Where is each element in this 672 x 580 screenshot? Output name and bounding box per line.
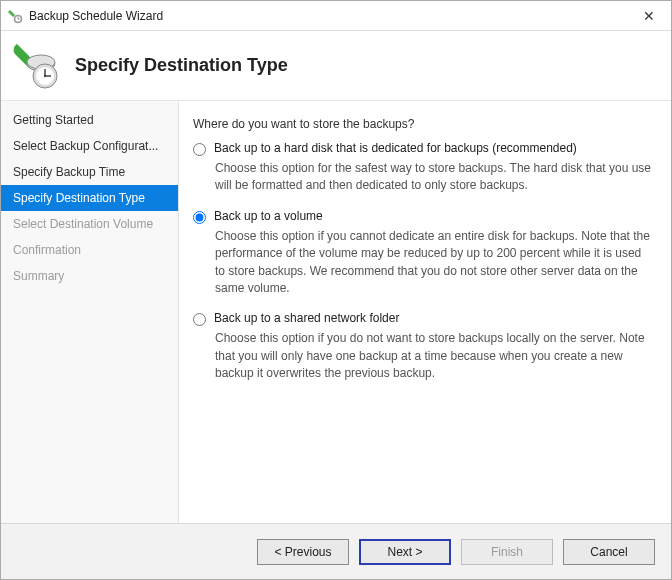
wizard-body: Getting StartedSelect Backup Configurat.… [1,101,671,523]
wizard-steps-sidebar: Getting StartedSelect Backup Configurat.… [1,101,179,523]
destination-option-label-0: Back up to a hard disk that is dedicated… [214,141,577,155]
previous-button[interactable]: < Previous [257,539,349,565]
destination-option-1: Back up to a volumeChoose this option if… [193,209,653,298]
destination-option-row-1[interactable]: Back up to a volume [193,209,653,224]
next-button[interactable]: Next > [359,539,451,565]
destination-option-label-1: Back up to a volume [214,209,323,223]
titlebar: Backup Schedule Wizard ✕ [1,1,671,31]
wizard-footer: < Previous Next > Finish Cancel [1,523,671,579]
wizard-step-2[interactable]: Specify Backup Time [1,159,178,185]
destination-option-row-0[interactable]: Back up to a hard disk that is dedicated… [193,141,653,156]
close-button[interactable]: ✕ [635,8,663,24]
page-title: Specify Destination Type [75,55,288,76]
svg-point-10 [44,74,46,76]
wizard-step-3[interactable]: Specify Destination Type [1,185,178,211]
destination-radio-0[interactable] [193,143,206,156]
destination-option-desc-0: Choose this option for the safest way to… [215,160,653,195]
destination-radio-2[interactable] [193,313,206,326]
destination-option-2: Back up to a shared network folderChoose… [193,311,653,382]
destination-option-label-2: Back up to a shared network folder [214,311,399,325]
wizard-step-0[interactable]: Getting Started [1,107,178,133]
wizard-content: Where do you want to store the backups? … [179,101,671,523]
question-label: Where do you want to store the backups? [193,117,653,131]
window-title: Backup Schedule Wizard [29,9,635,23]
wizard-header: Specify Destination Type [1,31,671,101]
cancel-button[interactable]: Cancel [563,539,655,565]
wizard-step-1[interactable]: Select Backup Configurat... [1,133,178,159]
destination-option-desc-2: Choose this option if you do not want to… [215,330,653,382]
app-icon [7,8,23,24]
destination-option-row-2[interactable]: Back up to a shared network folder [193,311,653,326]
wizard-step-4: Select Destination Volume [1,211,178,237]
destination-option-0: Back up to a hard disk that is dedicated… [193,141,653,195]
finish-button[interactable]: Finish [461,539,553,565]
destination-radio-1[interactable] [193,211,206,224]
destination-option-desc-1: Choose this option if you cannot dedicat… [215,228,653,298]
wizard-step-5: Confirmation [1,237,178,263]
backup-schedule-icon [11,40,63,92]
wizard-step-6: Summary [1,263,178,289]
